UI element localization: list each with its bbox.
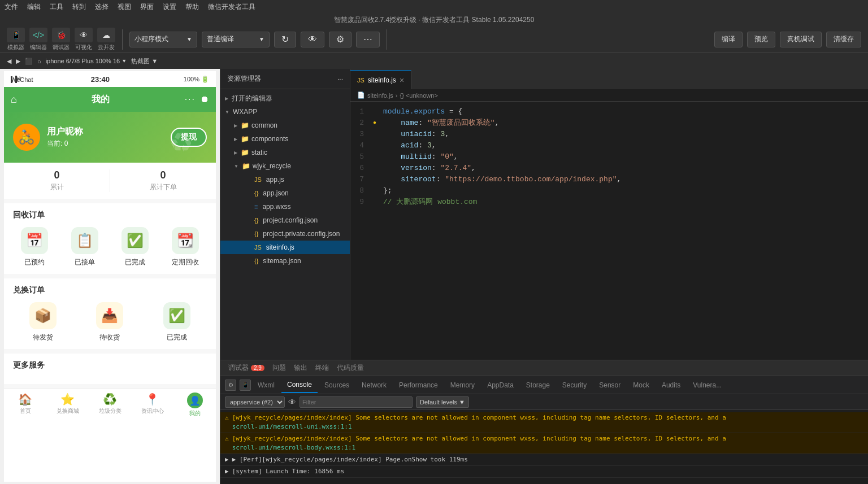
context-eye-icon[interactable]: 👁	[288, 398, 296, 407]
fm-app-js[interactable]: JS app.js	[220, 173, 350, 186]
nav-news[interactable]: 📍 资讯中心	[131, 393, 173, 417]
devtools-tab-audits[interactable]: Audits	[656, 377, 686, 393]
devtools-tab-wxml[interactable]: Wxml	[252, 377, 280, 393]
debugger-tab[interactable]: 调试器 2,9	[225, 363, 268, 373]
fm-common[interactable]: ▶ 📁 common	[220, 119, 350, 132]
devtools-tab-console[interactable]: Console	[281, 377, 318, 393]
menu-interface[interactable]: 界面	[140, 2, 154, 12]
fm-static[interactable]: ▶ 📁 static	[220, 146, 350, 159]
fm-siteinfo-js[interactable]: JS siteinfo.js	[220, 241, 350, 254]
order-periodic[interactable]: 📆 定期回收	[163, 227, 207, 267]
exchange-pending-receive[interactable]: 📥 待收货	[80, 302, 140, 342]
order-reserved[interactable]: 📅 已预约	[13, 227, 57, 267]
devtools-tab-storage[interactable]: Storage	[520, 377, 555, 393]
compile-dropdown[interactable]: 普通编译 ▼	[202, 32, 270, 47]
order-completed[interactable]: ✅ 已完成	[114, 227, 157, 267]
compile-arrow-icon: ▼	[259, 36, 264, 42]
exchange-completed[interactable]: ✅ 已完成	[147, 302, 207, 342]
fm-open-editors[interactable]: ▶ 打开的编辑器	[220, 91, 350, 105]
editor-tab-siteinfo[interactable]: JS siteinfo.js ×	[350, 70, 411, 89]
devtools-phone-icon[interactable]: 📱	[240, 380, 251, 391]
devtools-settings-icon[interactable]: ⚙	[225, 380, 236, 391]
simulator-btn[interactable]: 📱 模拟器	[7, 28, 25, 51]
devtools-tab-sensor[interactable]: Sensor	[593, 377, 626, 393]
device-selector[interactable]: iphone 6/7/8 Plus 100% 16 ▼	[46, 58, 127, 64]
devtools-tab-security[interactable]: Security	[557, 377, 592, 393]
level-dropdown[interactable]: Default levels ▼	[416, 396, 469, 408]
main-layout: WeChat ⌘ 23:40 100% 🔋 ⌂ 我的 ··· ⏺	[0, 69, 868, 484]
fm-components[interactable]: ▶ 📁 components	[220, 132, 350, 146]
terminal-tab[interactable]: 终端	[312, 363, 332, 373]
devtools-tab-sources[interactable]: Sources	[319, 377, 355, 393]
devtools-tab-appdata[interactable]: AppData	[481, 377, 519, 393]
refresh-btn[interactable]: ↻	[274, 32, 296, 47]
nav-mine[interactable]: 👤 我的	[173, 393, 216, 417]
output-tab[interactable]: 输出	[290, 363, 311, 373]
phone-content[interactable]: 🚴 用户昵称 当前: 0 提现 ♻ 0 累计	[4, 112, 216, 420]
nav-exchange[interactable]: ⭐ 兑换商城	[46, 393, 89, 417]
more-btn[interactable]: ⋯	[356, 32, 380, 47]
battery-icon: 🔋	[201, 76, 209, 83]
file-manager-more-icon[interactable]: ···	[337, 75, 343, 83]
menu-file[interactable]: 文件	[5, 2, 18, 12]
menu-select[interactable]: 选择	[95, 2, 108, 12]
debugger-btn[interactable]: 🐞 调试器	[52, 28, 70, 51]
menu-goto[interactable]: 转到	[72, 2, 86, 12]
order-accepted[interactable]: 📋 已接单	[63, 227, 107, 267]
editor-btn[interactable]: </> 编辑器	[29, 28, 47, 51]
devtools-tab-network[interactable]: Network	[356, 377, 392, 393]
code-quality-tab[interactable]: 代码质量	[333, 363, 367, 373]
msg-link-1[interactable]: scroll-uni/mescroll-body.wxss:1:1	[232, 444, 356, 451]
home-btn[interactable]: ⌂	[37, 58, 41, 64]
menu-settings[interactable]: 设置	[163, 2, 176, 12]
fm-wxapp[interactable]: ▼ WXAPP	[220, 105, 350, 119]
stop-btn[interactable]: ⬛	[25, 58, 33, 65]
filter-input[interactable]	[300, 396, 413, 408]
forward-btn[interactable]: ▶	[16, 58, 20, 65]
settings-btn[interactable]: ⚙	[329, 32, 351, 47]
menu-edit[interactable]: 编辑	[27, 2, 41, 12]
tab-close-icon[interactable]: ×	[400, 76, 404, 85]
nav-home[interactable]: 🏠 首页	[4, 393, 46, 417]
editor-area: 资源管理器 ··· ▶ 打开的编辑器 ▼ WXAPP ▶ 📁	[220, 69, 868, 360]
mode-dropdown[interactable]: 小程序模式 ▼	[129, 32, 197, 47]
exchange-completed-label: 已完成	[167, 333, 187, 342]
preview-mode-btn[interactable]: 👁	[301, 32, 324, 47]
line-number-9: 9	[350, 197, 373, 208]
devtools-tab-performance[interactable]: Performance	[393, 377, 444, 393]
exchange-pending-ship[interactable]: 📦 待发货	[13, 302, 73, 342]
code-area[interactable]: 1module.exports = {2● name: "智慧废品回收系统",3…	[350, 102, 868, 360]
nav-recycle[interactable]: ♻️ 垃圾分类	[89, 393, 131, 417]
preview-btn[interactable]: 预览	[747, 32, 775, 47]
menu-wechat-tools[interactable]: 微信开发者工具	[208, 2, 255, 12]
visual-btn[interactable]: 👁 可视化	[75, 28, 93, 51]
fm-project-config[interactable]: {} project.config.json	[220, 213, 350, 227]
devtools-tab-vulnerabilities[interactable]: Vulnera...	[687, 377, 727, 393]
cloud-btn[interactable]: ☁ 云开发	[97, 28, 115, 51]
phone-more-icon[interactable]: ···	[185, 94, 196, 104]
context-selector[interactable]: appservice (#2)	[225, 396, 285, 408]
fm-wjyk-recycle[interactable]: ▼ 📁 wjyk_recycle	[220, 159, 350, 173]
devtools-tab-memory[interactable]: Memory	[445, 377, 480, 393]
translate-btn[interactable]: 编译	[714, 32, 743, 47]
line-content-9: // 大鹏源码网 wobbt.com	[383, 197, 477, 208]
menu-view[interactable]: 视图	[118, 2, 131, 12]
clear-btn[interactable]: 清缓存	[826, 32, 861, 47]
visual-icon: 👁	[75, 28, 93, 42]
fm-appjson-label: app.json	[263, 189, 288, 197]
devtools-tab-mock[interactable]: Mock	[627, 377, 655, 393]
real-debug-btn[interactable]: 真机调试	[780, 32, 822, 47]
hot-reload-btn[interactable]: 热截图 ▼	[131, 57, 158, 66]
msg-link-0[interactable]: scroll-uni/mescroll-uni.wxss:1:1	[232, 423, 352, 430]
issues-tab[interactable]: 问题	[269, 363, 289, 373]
menu-help[interactable]: 帮助	[185, 2, 199, 12]
fm-project-private-config[interactable]: {} project.private.config.json	[220, 227, 350, 241]
fm-sitemap-json[interactable]: {} sitemap.json	[220, 254, 350, 268]
folder-icon: 📁	[241, 121, 249, 129]
fm-app-json[interactable]: {} app.json	[220, 186, 350, 200]
file-manager: 资源管理器 ··· ▶ 打开的编辑器 ▼ WXAPP ▶ 📁	[220, 69, 350, 360]
components-arrow-icon: ▶	[234, 137, 237, 142]
back-btn[interactable]: ◀	[7, 58, 11, 65]
fm-app-wxss[interactable]: ≡ app.wxss	[220, 200, 350, 213]
menu-tools[interactable]: 工具	[50, 2, 63, 12]
